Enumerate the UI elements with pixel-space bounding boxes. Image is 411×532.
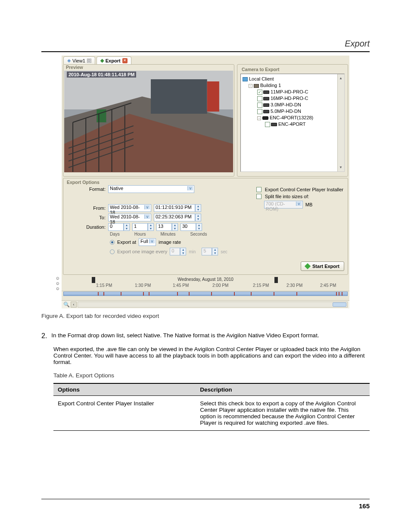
tab-bar: ◈ View1 □ ◆ Export × [62,56,349,64]
step-text: In the Format drop down list, select Nat… [51,332,319,340]
tree-cam3: 3.0MP-HD-DN [271,102,301,107]
options-intro: When exported, the .ave file can only be… [41,346,370,365]
timeline-date: Wednesday, August 18, 2010 [177,277,234,282]
duration-label: Duration: [67,224,106,230]
days-unit: Days [110,232,120,236]
page-number: 165 [359,502,370,510]
to-time-input[interactable]: 02:25:32:063 PM▲▼ [154,214,201,221]
camera-icon [263,97,269,100]
plus-icon: ◆ [100,58,104,63]
installer-checkbox[interactable] [256,187,262,192]
tl-ctrl-icon[interactable]: ⊙ [55,281,61,286]
seconds-unit: Seconds [190,232,207,236]
timeline-track[interactable] [63,292,348,296]
img-min-unit: min [189,249,196,254]
tree-cam1: 11MP-HD-PRO-C [271,89,308,94]
installer-label: Export Control Center Player Installer [265,187,343,192]
hours-input[interactable]: 1▲▼ [132,223,154,231]
export-one-radio[interactable] [110,249,115,254]
svg-rect-5 [207,81,219,112]
camera-tree-panel: Camera to Export Local Client -Building … [237,64,348,177]
start-icon [305,263,311,269]
export-options-group: Export Options Format: Native From: Wed … [63,178,348,275]
tab-export-label: Export [106,58,121,63]
opt-installer-desc: Select this check box to export a copy o… [196,396,370,431]
range-marker-start[interactable] [92,277,95,283]
tree-cam4: 5.0MP-HD-DN [271,109,301,114]
timeline[interactable]: ⊙ ⊙ ⊙ Wednesday, August 18, 2010 1:15 PM… [62,276,349,308]
table-row: Export Control Center Player Installer S… [53,396,370,431]
camera-tree[interactable]: Local Client -Building 1 ✓11MP-HD-PRO-C … [241,74,344,129]
tree-site: Building 1 [260,83,281,88]
export-at-label: Export at [117,240,136,245]
footer-rule [41,499,370,499]
tree-root: Local Client [249,76,274,81]
tab-export[interactable]: ◆ Export × [97,56,131,64]
collapse-icon[interactable]: - [249,84,252,88]
tree-enc: ENC-4PORT(13228) [270,115,313,120]
checkbox[interactable] [265,122,270,127]
hours-unit: Hours [134,232,146,236]
img-sec-input[interactable]: 5▲▼ [202,248,218,255]
img-min-input[interactable]: 0▲▼ [170,248,186,255]
seconds-input[interactable]: 30▲▼ [181,223,202,231]
zoom-icon[interactable]: 🔍 [63,302,70,308]
from-label: From: [67,205,106,211]
from-date-select[interactable]: Wed 2010-08-18 [108,204,151,212]
site-icon [254,84,259,88]
start-export-button[interactable]: Start Export [301,261,344,271]
timeline-ticks: 1:15 PM 1:30 PM 1:45 PM 2:00 PM 2:15 PM … [62,283,349,289]
figure-caption: Figure A. Export tab for recorded video … [41,313,370,319]
camera-tree-title: Camera to Export [239,66,346,74]
col-options: Options [53,383,196,396]
encoder-icon [262,116,268,120]
opt-installer: Export Control Center Player Installer [53,396,196,431]
minutes-input[interactable]: 13▲▼ [156,223,178,231]
image-rate-select[interactable]: Full [139,238,156,246]
checkbox[interactable] [257,109,262,114]
export-one-label: Export one image every [117,249,167,254]
header-rule [41,51,370,52]
image-rate-suffix: image rate [159,240,181,245]
checkbox[interactable] [257,103,262,108]
camera-icon [271,123,277,126]
from-time-input[interactable]: 01:12:01:910 PM▲▼ [154,204,201,212]
checkbox[interactable] [257,96,262,101]
preview-panel: Preview [63,64,234,177]
format-select[interactable]: Native [108,185,194,193]
tree-cam2: 16MP-HD-PRO-C [271,96,308,101]
camera-icon [263,90,269,94]
tab-view1-label: View1 [72,58,85,63]
tl-ctrl-icon[interactable]: ⊙ [55,286,61,292]
split-unit: MB [305,202,313,207]
minutes-unit: Minutes [160,232,175,236]
export-options-table: Options Description Export Control Cente… [53,383,370,431]
timeline-scrollbar[interactable] [78,302,348,308]
img-sec-unit: sec [221,249,227,254]
start-export-label: Start Export [312,264,339,269]
app-screenshot: ◈ View1 □ ◆ Export × Preview [62,56,349,308]
collapse-icon[interactable]: - [257,116,261,120]
split-label: Split file into sizes of: [265,194,309,199]
camera-icon [263,110,269,113]
close-icon[interactable]: × [122,58,128,63]
export-at-radio[interactable] [110,240,115,245]
tree-scrollbar[interactable] [337,74,344,171]
checkbox[interactable]: ✓ [257,90,262,95]
tree-enc-ch: ENC-4PORT [278,121,305,127]
table-title: Table A. Export Options [41,372,370,379]
to-date-select[interactable]: Wed 2010-08-18 [108,214,151,221]
to-label: To: [67,215,106,220]
tl-ctrl-icon[interactable]: ⊙ [55,276,61,281]
page-header-title: Export [41,39,370,49]
preview-title: Preview [63,65,234,71]
split-size-select[interactable]: 700 (CD-ROM) [264,201,303,208]
video-timestamp-osd: 2010-Aug-18 01:48:11.418 PM [67,72,136,78]
split-checkbox[interactable] [256,194,262,199]
export-options-title: Export Options [67,180,344,185]
scroll-left-icon[interactable]: ‹ [71,302,77,308]
step-number: 2. [41,332,47,340]
svg-rect-4 [151,79,207,114]
tab-view1[interactable]: ◈ View1 □ [63,56,95,64]
range-marker-end[interactable] [274,277,278,283]
